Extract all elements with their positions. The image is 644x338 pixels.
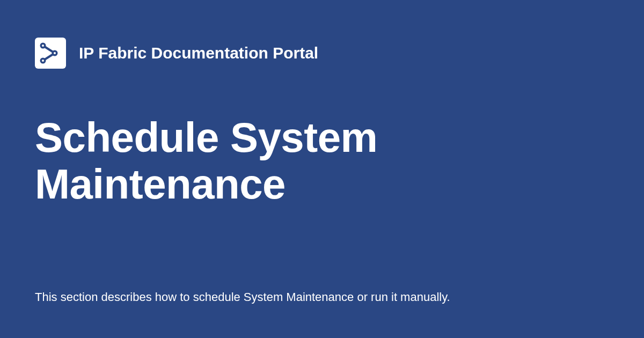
svg-point-5 [42,45,44,47]
svg-point-6 [54,52,56,54]
site-name: IP Fabric Documentation Portal [79,44,318,62]
page-header: IP Fabric Documentation Portal [35,38,609,69]
svg-point-7 [42,60,44,62]
logo-icon [35,38,66,69]
page-description: This section describes how to schedule S… [35,289,609,306]
page-title: Schedule System Maintenance [35,114,609,208]
